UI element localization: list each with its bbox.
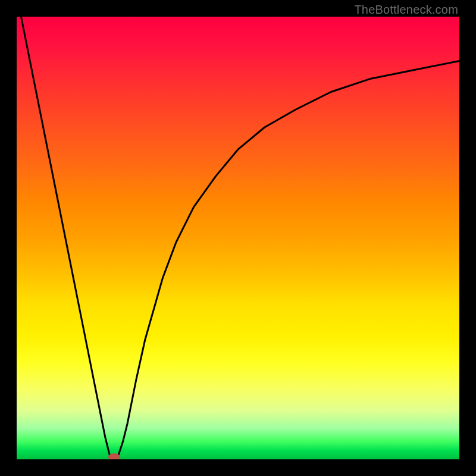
bottleneck-curve <box>21 17 459 459</box>
watermark-text: TheBottleneck.com <box>354 3 458 17</box>
chart-svg <box>17 17 459 459</box>
chart-frame: TheBottleneck.com <box>0 0 476 476</box>
plot-area <box>17 17 459 459</box>
